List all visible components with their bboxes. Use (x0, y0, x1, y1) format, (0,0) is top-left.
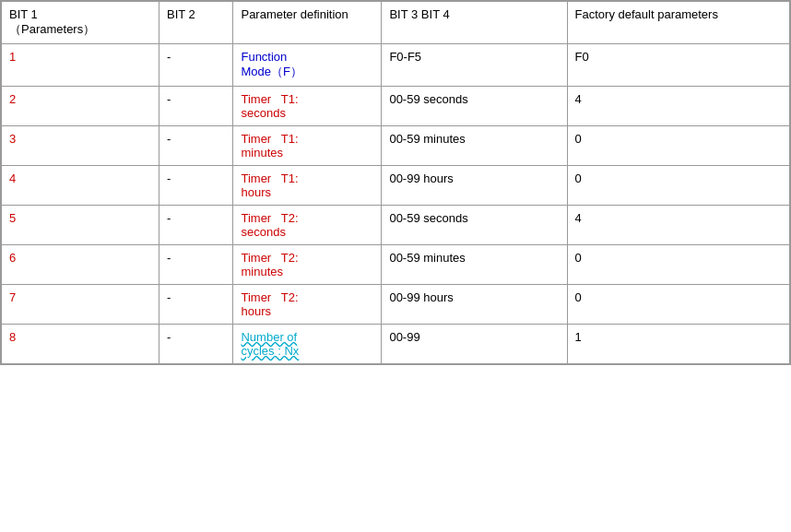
table-row: 3-Timer T1:minutes00-59 minutes0 (2, 126, 790, 166)
table-row: 6-Timer T2:minutes00-59 minutes0 (2, 245, 790, 285)
cell-factory: 0 (567, 245, 789, 285)
cell-bit1: 4 (2, 166, 159, 206)
table-row: 1-FunctionMode（F）F0-F5F0 (2, 44, 790, 87)
cell-bit2: - (159, 44, 233, 87)
cell-param: Timer T1:hours (233, 166, 382, 206)
cell-bit34: 00-99 hours (382, 285, 567, 325)
cell-bit2: - (159, 166, 233, 206)
table-header-row: BIT 1（Parameters） BIT 2 Parameter defini… (2, 2, 790, 44)
header-factory: Factory default parameters (567, 2, 789, 44)
table-body: 1-FunctionMode（F）F0-F5F02-Timer T1:secon… (2, 44, 790, 364)
cell-bit34: 00-59 seconds (382, 206, 567, 245)
cell-bit34: 00-99 (382, 325, 567, 364)
cell-bit2: - (159, 126, 233, 166)
cell-factory: 0 (567, 285, 789, 325)
cell-param: FunctionMode（F） (233, 44, 382, 87)
table-row: 4-Timer T1:hours00-99 hours0 (2, 166, 790, 206)
header-bit2: BIT 2 (159, 2, 233, 44)
cell-bit1: 6 (2, 245, 159, 285)
cell-bit34: 00-99 hours (382, 166, 567, 206)
main-table-container: BIT 1（Parameters） BIT 2 Parameter defini… (0, 0, 791, 365)
header-bit34: BIT 3 BIT 4 (382, 2, 567, 44)
cell-bit2: - (159, 325, 233, 364)
table-row: 7-Timer T2:hours00-99 hours0 (2, 285, 790, 325)
parameters-table: BIT 1（Parameters） BIT 2 Parameter defini… (1, 1, 790, 364)
cell-factory: 1 (567, 325, 789, 364)
cell-bit1: 5 (2, 206, 159, 245)
cell-bit1: 8 (2, 325, 159, 364)
cell-factory: 4 (567, 206, 789, 245)
cell-bit2: - (159, 87, 233, 126)
header-bit1: BIT 1（Parameters） (2, 2, 159, 44)
cell-bit2: - (159, 245, 233, 285)
table-row: 5-Timer T2:seconds00-59 seconds4 (2, 206, 790, 245)
cell-bit34: 00-59 seconds (382, 87, 567, 126)
cell-bit1: 1 (2, 44, 159, 87)
cell-bit34: F0-F5 (382, 44, 567, 87)
cell-factory: 0 (567, 126, 789, 166)
table-row: 8-Number ofcycles : Nx00-991 (2, 325, 790, 364)
cell-bit34: 00-59 minutes (382, 126, 567, 166)
cell-param: Number ofcycles : Nx (233, 325, 382, 364)
cell-param: Timer T1:minutes (233, 126, 382, 166)
cell-factory: F0 (567, 44, 789, 87)
cell-factory: 4 (567, 87, 789, 126)
cell-bit1: 7 (2, 285, 159, 325)
header-param: Parameter definition (233, 2, 382, 44)
cell-bit2: - (159, 285, 233, 325)
cell-param: Timer T2:seconds (233, 206, 382, 245)
cell-param: Timer T2:hours (233, 285, 382, 325)
cell-bit1: 2 (2, 87, 159, 126)
table-row: 2-Timer T1:seconds00-59 seconds4 (2, 87, 790, 126)
cell-bit1: 3 (2, 126, 159, 166)
cell-bit2: - (159, 206, 233, 245)
cell-factory: 0 (567, 166, 789, 206)
cell-bit34: 00-59 minutes (382, 245, 567, 285)
cell-param: Timer T1:seconds (233, 87, 382, 126)
cell-param: Timer T2:minutes (233, 245, 382, 285)
